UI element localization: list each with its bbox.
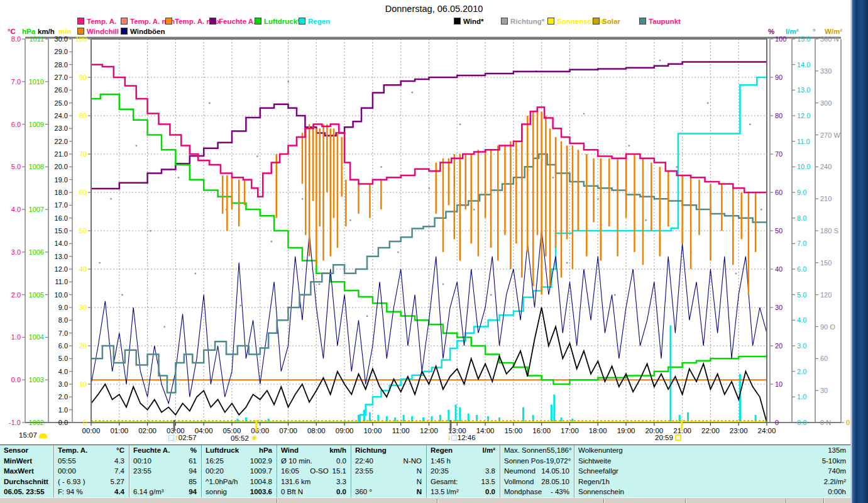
column-header: Feuchte A.% bbox=[129, 445, 201, 456]
wind-direction-dot bbox=[271, 241, 272, 242]
table-cell: ( - 6.93 )5.27 bbox=[54, 477, 129, 487]
table-col-0: Temp. A.°C05:554.300:007.4( - 6.93 )5.27… bbox=[53, 445, 129, 497]
axis-label-lm2: 6.0 bbox=[797, 265, 806, 273]
table-cell: 00:007.4 bbox=[54, 466, 129, 477]
unit-label-wm2: W/m² bbox=[825, 28, 842, 35]
cell-value: 3.3 bbox=[336, 477, 346, 487]
table-cell: 131.6 km3.3 bbox=[277, 477, 351, 487]
series-rain_cum bbox=[91, 77, 767, 423]
wind-direction-dot bbox=[239, 305, 241, 306]
table-cell: 6.14 g/m³94 bbox=[129, 487, 201, 497]
wind-direction-dot bbox=[659, 60, 661, 61]
cell-value: 13.5 bbox=[481, 477, 495, 487]
wind-direction-dot bbox=[690, 252, 691, 253]
cell-label: Neumond bbox=[504, 466, 536, 477]
row-label-text: Sensor bbox=[4, 445, 28, 456]
cell-value: 0.0 bbox=[485, 487, 495, 497]
axis-label-pct: 100 bbox=[775, 35, 786, 43]
axis-label-pct: 30 bbox=[775, 304, 783, 311]
legend-label: Solar bbox=[602, 18, 620, 25]
axis-label-kmh: 15.0 bbox=[55, 227, 68, 235]
series-humidity bbox=[91, 62, 767, 189]
axis-label-deg: 30 bbox=[820, 387, 828, 394]
axis-label-pct: 10 bbox=[775, 380, 783, 388]
axis-label-hpa: 1009 bbox=[29, 121, 44, 128]
axis-label-pct: 40 bbox=[775, 265, 783, 273]
table-cell: Sonnenschein0:00h bbox=[574, 487, 850, 497]
row-label-text: 06.05. 23:55 bbox=[4, 487, 45, 497]
cell-label: Sichtweite bbox=[578, 456, 611, 467]
axis-label-deg: 360 N bbox=[820, 35, 838, 43]
axis-label-kmh: 18.0 bbox=[55, 189, 68, 196]
plot-border bbox=[91, 39, 767, 423]
cell-mid: O-SO bbox=[299, 466, 329, 477]
axis-label-lm2: 11.0 bbox=[797, 138, 810, 145]
cell-value: 15.1 bbox=[332, 466, 346, 477]
axis-label-kmh: 14.0 bbox=[55, 240, 68, 247]
wind-direction-dot bbox=[583, 113, 585, 114]
axis-label-min: 70 bbox=[79, 150, 87, 158]
column-header: Wolkenunterg135m bbox=[574, 445, 850, 456]
axis-label-min: 30 bbox=[79, 304, 87, 311]
axis-label-lm2: 0.0 bbox=[797, 419, 806, 426]
axis-label-min: 40 bbox=[79, 265, 87, 273]
axis-label-temp: 8.0 bbox=[11, 35, 21, 43]
x-axis-label: 14:00 bbox=[476, 427, 495, 434]
wind-direction-dot bbox=[150, 230, 151, 231]
axis-label-kmh: 11.0 bbox=[55, 278, 68, 285]
axis-label-temp: 1.0 bbox=[11, 333, 21, 341]
cell-value: °C bbox=[116, 445, 124, 456]
desktop-background-strip bbox=[850, 0, 868, 503]
cell-value: l/m² bbox=[483, 445, 495, 456]
axis-label-kmh: 3.0 bbox=[58, 380, 68, 388]
axis-label-kmh: 21.0 bbox=[55, 150, 68, 158]
cell-value: 55,186° bbox=[547, 445, 572, 456]
legend-item-2-1: Windböen bbox=[121, 28, 165, 35]
axis-label-lm2: 7.0 bbox=[797, 240, 806, 247]
axis-label-hpa: 1007 bbox=[29, 206, 44, 213]
axis-label-kmh: 22.0 bbox=[55, 138, 68, 145]
axis-label-temp: 0.0 bbox=[11, 376, 21, 384]
marker-sunrise: 05:52 ☀ bbox=[231, 434, 258, 443]
table-cell: 00:201009.7 bbox=[202, 466, 277, 477]
wind-direction-dot bbox=[380, 166, 382, 167]
wind-direction-dot bbox=[195, 273, 196, 274]
wind-direction-dot bbox=[459, 124, 461, 125]
axis-label-kmh: 6.0 bbox=[58, 342, 68, 350]
axis-label-lm2: 9.0 bbox=[797, 189, 806, 196]
cell-label: 1:45 h bbox=[431, 456, 451, 467]
axis-label-lm2: 10.0 bbox=[797, 163, 810, 170]
wind-direction-dot bbox=[597, 198, 598, 199]
legend-color-icon bbox=[121, 28, 128, 35]
x-axis-label: 00:00 bbox=[82, 427, 101, 434]
table-cell: 23:5594 bbox=[129, 466, 201, 477]
cell-label: Regen bbox=[431, 445, 453, 456]
axis-label-kmh: 13.0 bbox=[55, 253, 68, 260]
legend-item-1-6: Wind* bbox=[454, 18, 483, 25]
wind-direction-dot bbox=[99, 262, 100, 263]
legend-label: Taupunkt bbox=[649, 18, 681, 25]
wind-direction-dot bbox=[397, 252, 398, 253]
axis-label-kmh: 23.0 bbox=[55, 124, 68, 132]
cell-label: Wind bbox=[281, 445, 299, 456]
legend-color-icon bbox=[165, 18, 172, 25]
moon-phase-icon bbox=[451, 435, 457, 441]
table-col-1: Feuchte A.%00:106123:5594856.14 g/m³94 bbox=[129, 445, 201, 497]
cell-label: Schneefallgr bbox=[578, 466, 618, 477]
legend-color-icon bbox=[255, 18, 261, 25]
column-header: Max. Sonnen55,186° bbox=[500, 445, 574, 456]
axis-label-kmh: 16.0 bbox=[55, 214, 68, 222]
axis-label-kmh: 10.0 bbox=[55, 291, 68, 299]
weather-chart[interactable]: -1.00.01.02.03.04.05.06.07.08.0100210031… bbox=[0, 0, 868, 503]
axis-label-min: 60 bbox=[79, 189, 87, 196]
table-cell: N bbox=[351, 477, 426, 487]
legend-label: Wind* bbox=[463, 18, 483, 25]
cell-value: 3.8 bbox=[485, 466, 495, 477]
axis-label-kmh: 12.0 bbox=[55, 265, 68, 273]
axis-label-kmh: 26.0 bbox=[55, 86, 68, 94]
page-title: Donnerstag, 06.05.2010 bbox=[0, 4, 868, 14]
cell-value: 5.27 bbox=[111, 477, 124, 487]
legend-label: Temp. A. bbox=[87, 18, 116, 25]
wind-direction-dot bbox=[442, 284, 444, 285]
wind-direction-dot bbox=[110, 198, 111, 199]
